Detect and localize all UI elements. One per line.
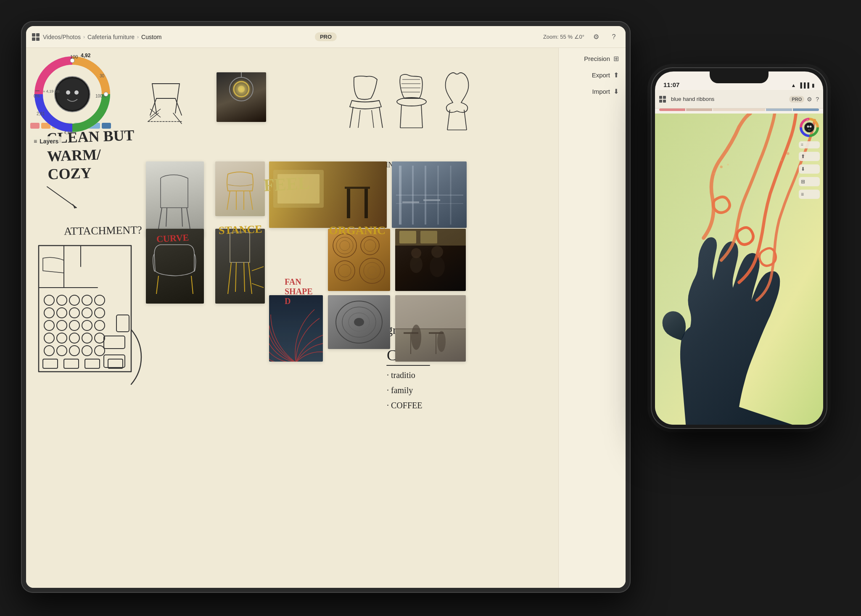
svg-line-92 bbox=[227, 191, 230, 210]
breadcrumb-custom[interactable]: Custom bbox=[141, 34, 161, 40]
svg-line-93 bbox=[250, 191, 253, 210]
svg-text:30: 30 bbox=[100, 74, 105, 78]
iphone-status-icons: ▲ ▐▐▐ ▮ bbox=[791, 82, 815, 88]
svg-text:= 4,19 pts: = 4,19 pts bbox=[43, 89, 60, 93]
export-button[interactable]: Export ⬆ bbox=[565, 71, 619, 79]
svg-line-89 bbox=[187, 208, 190, 229]
svg-rect-131 bbox=[399, 231, 416, 243]
iphone-artwork-svg bbox=[655, 114, 823, 425]
svg-point-120 bbox=[364, 240, 376, 251]
svg-rect-81 bbox=[104, 355, 125, 367]
canvas-area[interactable]: 100 4,92 30 0% 100% 2,81 4,19 = 4,19 pts bbox=[26, 48, 558, 588]
svg-point-62 bbox=[69, 308, 79, 318]
svg-line-28 bbox=[350, 107, 353, 128]
svg-line-111 bbox=[248, 262, 252, 294]
text-fan: FAN SHAPE D bbox=[285, 277, 313, 306]
svg-point-127 bbox=[411, 248, 421, 258]
iphone-layers-icon[interactable]: ≡ bbox=[799, 190, 820, 199]
signal-icon: ▐▐▐ bbox=[798, 82, 809, 88]
svg-rect-133 bbox=[395, 295, 466, 329]
svg-line-24 bbox=[173, 113, 182, 124]
svg-point-119 bbox=[361, 236, 379, 255]
breadcrumb-cafeteria[interactable]: Cafeteria furniture bbox=[87, 34, 135, 40]
text-feel: FEEL bbox=[263, 173, 310, 196]
svg-point-59 bbox=[57, 333, 67, 343]
svg-line-114 bbox=[252, 267, 264, 271]
svg-rect-98 bbox=[364, 189, 368, 218]
color-seg-2 bbox=[713, 108, 765, 111]
svg-line-43 bbox=[47, 187, 77, 208]
svg-line-37 bbox=[400, 105, 401, 128]
color-seg-4 bbox=[793, 108, 819, 111]
svg-point-73 bbox=[95, 320, 105, 330]
iphone-action-icons: ⚙ ? bbox=[807, 96, 819, 103]
svg-point-3 bbox=[56, 78, 88, 110]
photo-feel-cafe bbox=[269, 161, 387, 228]
breadcrumb-sep1: › bbox=[83, 34, 85, 40]
scene: Videos/Photos › Cafeteria furniture › Cu… bbox=[0, 0, 861, 616]
svg-point-139 bbox=[411, 325, 421, 350]
layers-panel[interactable]: ≡ Layers bbox=[30, 136, 62, 146]
iphone-help-icon[interactable]: ? bbox=[816, 96, 819, 103]
iphone-upload-icon[interactable]: ⬆ bbox=[799, 152, 820, 161]
iphone-grid-icon[interactable] bbox=[659, 96, 666, 103]
floor-plan bbox=[39, 246, 141, 384]
svg-point-140 bbox=[437, 331, 446, 352]
svg-line-145 bbox=[156, 276, 158, 294]
iphone-document-title: blue hand ribbons bbox=[671, 96, 787, 102]
svg-point-117 bbox=[336, 237, 353, 254]
sketch-chair-3 bbox=[397, 74, 426, 128]
ipad-topbar: Videos/Photos › Cafeteria furniture › Cu… bbox=[26, 26, 626, 48]
color-seg-3 bbox=[766, 108, 792, 111]
svg-line-146 bbox=[191, 276, 193, 294]
breadcrumb-videos[interactable]: Videos/Photos bbox=[43, 34, 81, 40]
grid-icon[interactable] bbox=[32, 33, 40, 41]
iphone-topbar: blue hand ribbons PRO ⚙ ? bbox=[655, 90, 823, 108]
svg-point-74 bbox=[95, 333, 105, 343]
svg-line-38 bbox=[421, 105, 423, 128]
svg-text:4,19: 4,19 bbox=[64, 130, 72, 135]
zoom-label: Zoom: 55 % ∠0° bbox=[543, 34, 584, 40]
svg-point-67 bbox=[82, 308, 92, 318]
import-button[interactable]: Import ⬇ bbox=[565, 87, 619, 95]
svg-marker-44 bbox=[72, 204, 77, 209]
svg-point-68 bbox=[82, 320, 92, 330]
sketch-chair-2 bbox=[350, 76, 383, 128]
ipad-screen: Videos/Photos › Cafeteria furniture › Cu… bbox=[26, 26, 626, 588]
svg-rect-108 bbox=[402, 201, 419, 203]
svg-point-157 bbox=[780, 159, 782, 161]
iphone-pen-tool[interactable]: = bbox=[799, 141, 820, 148]
ipad-device: Videos/Photos › Cafeteria furniture › Cu… bbox=[21, 21, 631, 593]
svg-point-58 bbox=[57, 320, 67, 330]
iphone-canvas[interactable] bbox=[655, 114, 823, 425]
svg-point-55 bbox=[44, 346, 54, 356]
text-curve: CURVE bbox=[156, 232, 189, 245]
svg-point-154 bbox=[714, 173, 716, 174]
color-wheel[interactable]: 100 4,92 30 0% 100% 2,81 4,19 = 4,19 pts bbox=[30, 52, 106, 128]
settings-button[interactable]: ⚙ bbox=[590, 31, 602, 43]
svg-text:2,81: 2,81 bbox=[37, 111, 45, 116]
svg-point-69 bbox=[82, 333, 92, 343]
svg-point-4 bbox=[66, 90, 70, 95]
svg-rect-132 bbox=[420, 231, 437, 243]
svg-point-65 bbox=[69, 346, 79, 356]
iphone-color-wheel[interactable] bbox=[799, 117, 820, 138]
svg-point-70 bbox=[82, 346, 92, 356]
iphone-screen: 11:07 ▲ ▐▐▐ ▮ blue hand ribbons PRO ⚙ ? bbox=[655, 71, 823, 425]
iphone-download-icon[interactable]: ⬇ bbox=[799, 164, 820, 174]
help-button[interactable]: ? bbox=[608, 31, 620, 43]
text-stance: STANCE bbox=[219, 223, 263, 237]
svg-text:4,92: 4,92 bbox=[81, 53, 91, 58]
svg-point-87 bbox=[231, 79, 252, 100]
photo-chair-wicker bbox=[215, 161, 265, 216]
svg-rect-76 bbox=[43, 359, 58, 368]
svg-point-51 bbox=[44, 295, 54, 305]
iphone-grid-tool-icon[interactable]: ⊞ bbox=[799, 177, 820, 186]
precision-icon: ⊞ bbox=[613, 55, 619, 63]
precision-button[interactable]: Precision ⊞ bbox=[565, 55, 619, 63]
svg-point-57 bbox=[57, 308, 67, 318]
battery-icon: ▮ bbox=[812, 82, 815, 88]
color-seg-0 bbox=[659, 108, 685, 111]
photo-wood-rounds bbox=[328, 229, 390, 291]
iphone-settings-icon[interactable]: ⚙ bbox=[807, 96, 812, 103]
